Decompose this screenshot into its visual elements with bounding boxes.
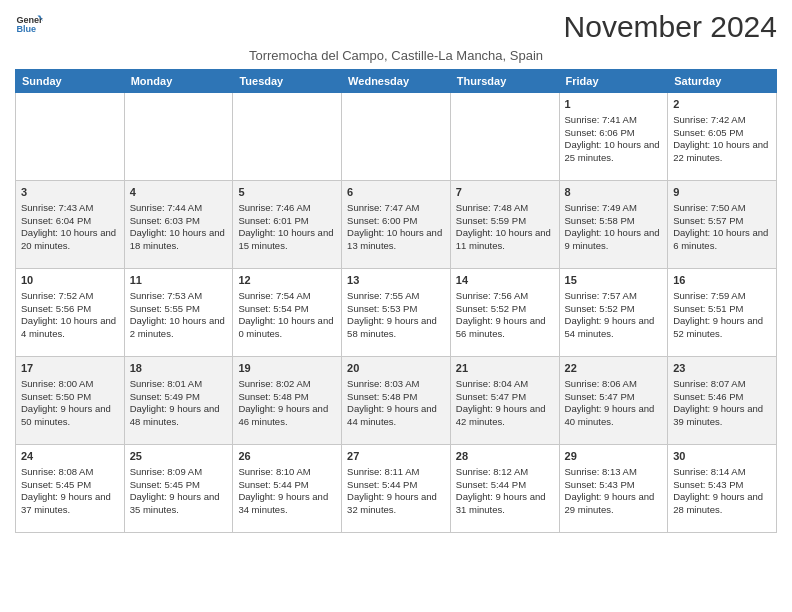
calendar-cell: 24Sunrise: 8:08 AM Sunset: 5:45 PM Dayli… [16,445,125,533]
day-number: 15 [565,273,663,288]
day-number: 5 [238,185,336,200]
calendar-week-2: 3Sunrise: 7:43 AM Sunset: 6:04 PM Daylig… [16,181,777,269]
day-number: 14 [456,273,554,288]
calendar-cell: 17Sunrise: 8:00 AM Sunset: 5:50 PM Dayli… [16,357,125,445]
day-info: Sunrise: 7:54 AM Sunset: 5:54 PM Dayligh… [238,290,336,341]
day-number: 20 [347,361,445,376]
calendar-cell: 8Sunrise: 7:49 AM Sunset: 5:58 PM Daylig… [559,181,668,269]
day-info: Sunrise: 7:49 AM Sunset: 5:58 PM Dayligh… [565,202,663,253]
weekday-header-sunday: Sunday [16,70,125,93]
day-info: Sunrise: 8:07 AM Sunset: 5:46 PM Dayligh… [673,378,771,429]
month-title: November 2024 [564,10,777,44]
day-info: Sunrise: 7:44 AM Sunset: 6:03 PM Dayligh… [130,202,228,253]
day-info: Sunrise: 7:46 AM Sunset: 6:01 PM Dayligh… [238,202,336,253]
day-number: 8 [565,185,663,200]
page-header: General Blue November 2024 [15,10,777,44]
day-number: 23 [673,361,771,376]
day-info: Sunrise: 7:57 AM Sunset: 5:52 PM Dayligh… [565,290,663,341]
day-number: 3 [21,185,119,200]
day-info: Sunrise: 8:00 AM Sunset: 5:50 PM Dayligh… [21,378,119,429]
calendar-cell: 16Sunrise: 7:59 AM Sunset: 5:51 PM Dayli… [668,269,777,357]
location-subtitle: Torremocha del Campo, Castille-La Mancha… [15,48,777,63]
day-info: Sunrise: 7:55 AM Sunset: 5:53 PM Dayligh… [347,290,445,341]
day-info: Sunrise: 7:56 AM Sunset: 5:52 PM Dayligh… [456,290,554,341]
day-info: Sunrise: 8:08 AM Sunset: 5:45 PM Dayligh… [21,466,119,517]
day-number: 19 [238,361,336,376]
day-info: Sunrise: 7:43 AM Sunset: 6:04 PM Dayligh… [21,202,119,253]
day-number: 16 [673,273,771,288]
calendar-cell: 12Sunrise: 7:54 AM Sunset: 5:54 PM Dayli… [233,269,342,357]
weekday-header-monday: Monday [124,70,233,93]
day-number: 6 [347,185,445,200]
day-info: Sunrise: 7:52 AM Sunset: 5:56 PM Dayligh… [21,290,119,341]
calendar-table: SundayMondayTuesdayWednesdayThursdayFrid… [15,69,777,533]
weekday-header-tuesday: Tuesday [233,70,342,93]
day-info: Sunrise: 8:12 AM Sunset: 5:44 PM Dayligh… [456,466,554,517]
calendar-cell: 5Sunrise: 7:46 AM Sunset: 6:01 PM Daylig… [233,181,342,269]
day-number: 17 [21,361,119,376]
calendar-cell: 25Sunrise: 8:09 AM Sunset: 5:45 PM Dayli… [124,445,233,533]
calendar-cell [16,93,125,181]
day-info: Sunrise: 7:41 AM Sunset: 6:06 PM Dayligh… [565,114,663,165]
day-info: Sunrise: 8:14 AM Sunset: 5:43 PM Dayligh… [673,466,771,517]
weekday-header-thursday: Thursday [450,70,559,93]
day-number: 10 [21,273,119,288]
day-number: 12 [238,273,336,288]
calendar-cell: 2Sunrise: 7:42 AM Sunset: 6:05 PM Daylig… [668,93,777,181]
calendar-week-4: 17Sunrise: 8:00 AM Sunset: 5:50 PM Dayli… [16,357,777,445]
weekday-header-row: SundayMondayTuesdayWednesdayThursdayFrid… [16,70,777,93]
calendar-cell: 27Sunrise: 8:11 AM Sunset: 5:44 PM Dayli… [342,445,451,533]
logo-icon: General Blue [15,10,43,38]
day-number: 22 [565,361,663,376]
calendar-cell: 11Sunrise: 7:53 AM Sunset: 5:55 PM Dayli… [124,269,233,357]
calendar-week-3: 10Sunrise: 7:52 AM Sunset: 5:56 PM Dayli… [16,269,777,357]
calendar-week-5: 24Sunrise: 8:08 AM Sunset: 5:45 PM Dayli… [16,445,777,533]
day-info: Sunrise: 8:01 AM Sunset: 5:49 PM Dayligh… [130,378,228,429]
calendar-cell: 28Sunrise: 8:12 AM Sunset: 5:44 PM Dayli… [450,445,559,533]
day-number: 26 [238,449,336,464]
day-number: 24 [21,449,119,464]
calendar-cell: 18Sunrise: 8:01 AM Sunset: 5:49 PM Dayli… [124,357,233,445]
day-info: Sunrise: 7:47 AM Sunset: 6:00 PM Dayligh… [347,202,445,253]
calendar-cell [342,93,451,181]
calendar-cell [233,93,342,181]
calendar-cell: 1Sunrise: 7:41 AM Sunset: 6:06 PM Daylig… [559,93,668,181]
calendar-cell: 20Sunrise: 8:03 AM Sunset: 5:48 PM Dayli… [342,357,451,445]
day-number: 18 [130,361,228,376]
day-number: 29 [565,449,663,464]
logo: General Blue [15,10,43,38]
calendar-cell: 23Sunrise: 8:07 AM Sunset: 5:46 PM Dayli… [668,357,777,445]
svg-text:Blue: Blue [16,24,36,34]
day-info: Sunrise: 8:13 AM Sunset: 5:43 PM Dayligh… [565,466,663,517]
day-number: 27 [347,449,445,464]
day-number: 13 [347,273,445,288]
weekday-header-saturday: Saturday [668,70,777,93]
weekday-header-wednesday: Wednesday [342,70,451,93]
day-info: Sunrise: 8:03 AM Sunset: 5:48 PM Dayligh… [347,378,445,429]
calendar-cell [450,93,559,181]
calendar-cell [124,93,233,181]
day-info: Sunrise: 7:42 AM Sunset: 6:05 PM Dayligh… [673,114,771,165]
day-number: 2 [673,97,771,112]
day-info: Sunrise: 8:04 AM Sunset: 5:47 PM Dayligh… [456,378,554,429]
calendar-cell: 30Sunrise: 8:14 AM Sunset: 5:43 PM Dayli… [668,445,777,533]
day-info: Sunrise: 8:06 AM Sunset: 5:47 PM Dayligh… [565,378,663,429]
day-info: Sunrise: 8:02 AM Sunset: 5:48 PM Dayligh… [238,378,336,429]
day-number: 25 [130,449,228,464]
calendar-cell: 19Sunrise: 8:02 AM Sunset: 5:48 PM Dayli… [233,357,342,445]
calendar-cell: 9Sunrise: 7:50 AM Sunset: 5:57 PM Daylig… [668,181,777,269]
day-number: 9 [673,185,771,200]
day-number: 4 [130,185,228,200]
calendar-cell: 22Sunrise: 8:06 AM Sunset: 5:47 PM Dayli… [559,357,668,445]
weekday-header-friday: Friday [559,70,668,93]
day-number: 11 [130,273,228,288]
calendar-cell: 6Sunrise: 7:47 AM Sunset: 6:00 PM Daylig… [342,181,451,269]
day-number: 28 [456,449,554,464]
day-info: Sunrise: 7:50 AM Sunset: 5:57 PM Dayligh… [673,202,771,253]
calendar-cell: 13Sunrise: 7:55 AM Sunset: 5:53 PM Dayli… [342,269,451,357]
day-info: Sunrise: 7:53 AM Sunset: 5:55 PM Dayligh… [130,290,228,341]
calendar-cell: 10Sunrise: 7:52 AM Sunset: 5:56 PM Dayli… [16,269,125,357]
day-number: 21 [456,361,554,376]
calendar-cell: 3Sunrise: 7:43 AM Sunset: 6:04 PM Daylig… [16,181,125,269]
day-info: Sunrise: 8:11 AM Sunset: 5:44 PM Dayligh… [347,466,445,517]
